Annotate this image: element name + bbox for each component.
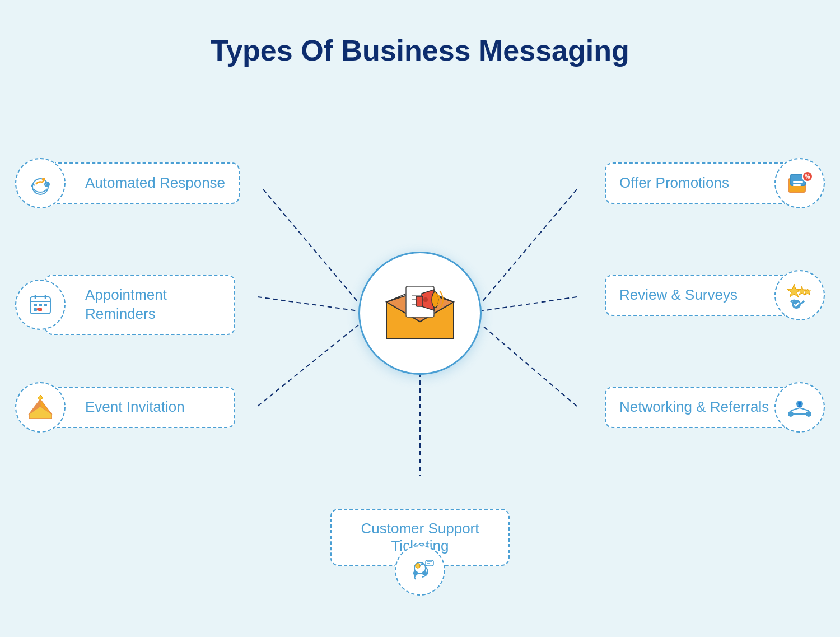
svg-rect-29 xyxy=(34,308,37,311)
svg-text:%: % xyxy=(805,174,810,180)
svg-text:👤: 👤 xyxy=(797,401,802,407)
svg-line-2 xyxy=(258,325,358,406)
review-surveys-label: Review & Surveys xyxy=(619,286,781,305)
event-invitation-box: Event Invitation xyxy=(45,387,235,428)
svg-line-5 xyxy=(482,325,577,406)
event-invitation-label: Event Invitation xyxy=(85,398,221,417)
svg-rect-42 xyxy=(793,181,803,183)
svg-point-19 xyxy=(42,178,45,181)
svg-rect-15 xyxy=(416,296,423,306)
automated-response-box: ✓ Automated Response xyxy=(45,162,240,204)
svg-rect-59 xyxy=(426,560,433,566)
svg-rect-57 xyxy=(422,571,427,575)
svg-marker-34 xyxy=(29,406,52,419)
support-icon xyxy=(395,545,445,596)
page-title: Types Of Business Messaging xyxy=(211,34,629,67)
svg-rect-26 xyxy=(34,304,37,306)
surveys-icon xyxy=(774,270,825,320)
automated-response-label: Automated Response xyxy=(85,174,225,193)
svg-line-3 xyxy=(482,189,577,303)
svg-point-58 xyxy=(416,564,420,568)
event-icon xyxy=(15,382,66,433)
svg-point-47 xyxy=(792,300,801,309)
svg-text:✓: ✓ xyxy=(44,183,48,187)
svg-text:✓: ✓ xyxy=(38,308,40,311)
center-circle xyxy=(358,252,482,375)
offer-promotions-box: % Offer Promotions xyxy=(605,162,795,204)
appointment-reminders-box: ✓ AppointmentReminders xyxy=(45,275,235,335)
networking-referrals-box: 👤 Networking & Referrals xyxy=(605,387,795,428)
svg-line-0 xyxy=(263,189,358,303)
offer-promotions-label: Offer Promotions xyxy=(619,174,781,193)
envelope-icon xyxy=(384,285,456,341)
svg-line-52 xyxy=(800,408,809,411)
networking-icon: 👤 xyxy=(774,382,825,433)
svg-rect-43 xyxy=(793,184,801,186)
networking-referrals-label: Networking & Referrals xyxy=(619,398,781,417)
svg-rect-56 xyxy=(413,571,418,575)
review-surveys-box: Review & Surveys xyxy=(605,275,795,316)
svg-rect-27 xyxy=(39,304,42,306)
svg-line-4 xyxy=(482,297,577,311)
promotions-icon: % xyxy=(774,158,825,208)
customer-support-box: Customer SupportTicketing xyxy=(330,509,510,566)
appointment-icon: ✓ xyxy=(15,280,66,330)
svg-point-17 xyxy=(423,297,428,302)
svg-line-51 xyxy=(791,408,800,411)
appointment-reminders-label: AppointmentReminders xyxy=(85,286,221,324)
automated-icon: ✓ xyxy=(15,158,66,208)
diagram-container: ✓ Automated Response ✓ AppointmentRemin xyxy=(28,90,812,622)
svg-rect-28 xyxy=(44,304,47,306)
svg-line-1 xyxy=(258,297,358,311)
svg-marker-37 xyxy=(38,395,43,399)
